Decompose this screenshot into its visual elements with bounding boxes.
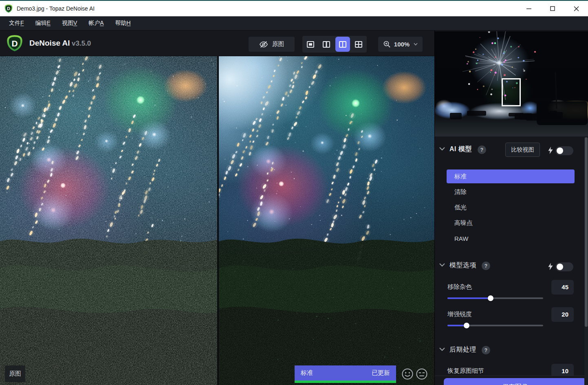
- post-processing-title: 后期处理: [449, 345, 476, 354]
- menu-edit[interactable]: 编辑E: [31, 18, 55, 29]
- photo-processed-detail: [219, 56, 434, 385]
- slider-remove-noise-label: 移除杂色: [447, 283, 472, 291]
- view-side-by-side-button[interactable]: [335, 37, 350, 52]
- section-ai-model-header: AI 模型 ? 比较视图: [435, 143, 588, 159]
- slider-remove-noise-track[interactable]: [447, 295, 543, 301]
- brand-logo-icon: D: [6, 34, 24, 52]
- save-image-button[interactable]: 保存图像: [444, 378, 586, 385]
- collapse-post-processing-icon[interactable]: [439, 347, 445, 351]
- model-item-standard[interactable]: 标准: [447, 169, 575, 183]
- svg-text:D: D: [7, 7, 10, 11]
- auto-bolt-icon: [548, 263, 553, 270]
- view-single-button[interactable]: [303, 37, 318, 52]
- slider-remove-noise-value[interactable]: 45: [551, 280, 574, 295]
- svg-text:D: D: [11, 39, 18, 48]
- ai-model-help-button[interactable]: ?: [478, 145, 486, 154]
- chevron-down-icon: [414, 43, 418, 46]
- window-controls: [517, 1, 588, 16]
- post-processing-help-button[interactable]: ?: [482, 346, 490, 354]
- model-item-lowlight[interactable]: 低光: [447, 200, 575, 215]
- view-mode-group: [302, 36, 367, 53]
- menu-help[interactable]: 帮助H: [111, 18, 135, 29]
- menu-account[interactable]: 帐户A: [84, 18, 108, 29]
- neutral-face-button[interactable]: [416, 368, 428, 380]
- model-item-clear[interactable]: 清除: [447, 184, 575, 200]
- photo-original-detail: [0, 56, 217, 385]
- brand: D DeNoise AI v3.5.0: [6, 34, 91, 52]
- progress-bar: [295, 381, 396, 383]
- collapse-ai-model-icon[interactable]: [439, 147, 445, 151]
- toggle-original-button[interactable]: 原图: [249, 37, 295, 52]
- panel-footer: 保存图像: [435, 376, 588, 385]
- image-canvas: 原图 标准 已更新: [0, 56, 434, 385]
- photo-processed[interactable]: [219, 56, 434, 385]
- ai-model-list: 标准 清除 低光 高噪点 RAW: [447, 169, 575, 246]
- model-options-auto-toggle[interactable]: [555, 262, 573, 271]
- eye-off-icon: [259, 41, 268, 48]
- menu-file[interactable]: 文件F: [5, 18, 28, 29]
- status-badge-state: 已更新: [372, 369, 390, 377]
- quad-view-icon: [354, 40, 363, 49]
- auto-bolt-icon: [548, 147, 553, 154]
- model-item-raw[interactable]: RAW: [447, 231, 575, 246]
- slider-enhance-sharpness-label: 增强锐度: [447, 310, 472, 318]
- zoom-level: 100%: [394, 41, 410, 48]
- toggle-knob: [557, 264, 563, 270]
- maximize-button[interactable]: [541, 1, 564, 16]
- minimize-button[interactable]: [517, 1, 541, 16]
- window-title: Demo3.jpg - Topaz DeNoise AI: [17, 5, 95, 12]
- single-view-icon: [306, 40, 315, 49]
- photo-original[interactable]: [0, 56, 217, 385]
- slider-enhance-sharpness-thumb[interactable]: [464, 323, 469, 328]
- slider-enhance-sharpness: 增强锐度 20: [435, 310, 588, 339]
- model-options-title: 模型选项: [449, 261, 476, 270]
- ai-model-title: AI 模型: [449, 145, 472, 154]
- toggle-knob: [557, 147, 563, 154]
- navigator-selection-rect[interactable]: [502, 78, 521, 106]
- model-item-severe-noise[interactable]: 高噪点: [447, 215, 575, 231]
- app-logo-icon: D: [4, 4, 13, 13]
- zoom-in-icon: [383, 40, 391, 48]
- right-panel: AI 模型 ? 比较视图 标准 清除 低光 高噪点 RAW 模型选项 ?: [434, 31, 588, 385]
- ai-model-auto-toggle[interactable]: [555, 146, 573, 155]
- section-post-processing-header: 后期处理 ?: [435, 343, 588, 359]
- status-badge-model: 标准: [301, 369, 313, 377]
- feedback-buttons: [401, 368, 428, 380]
- navigator-thumbnail[interactable]: [435, 31, 588, 136]
- split-view-icon: [322, 40, 331, 49]
- titlebar: D Demo3.jpg - Topaz DeNoise AI: [0, 1, 588, 16]
- view-split-button[interactable]: [319, 37, 334, 52]
- slider-remove-noise-thumb[interactable]: [488, 295, 493, 301]
- slider-enhance-sharpness-track[interactable]: [447, 323, 543, 328]
- toggle-original-label: 原图: [272, 40, 284, 48]
- status-badge: 标准 已更新: [295, 365, 396, 383]
- happy-face-button[interactable]: [401, 368, 414, 380]
- panel-scrollbar-thumb[interactable]: [585, 137, 588, 327]
- close-button[interactable]: [564, 1, 588, 16]
- original-overlay-label: 原图: [5, 365, 25, 382]
- collapse-model-options-icon[interactable]: [439, 263, 445, 267]
- brand-version: v3.5.0: [72, 40, 91, 47]
- side-by-side-view-icon: [338, 40, 347, 49]
- app-header: D DeNoise AI v3.5.0 原图: [0, 31, 434, 56]
- menubar: 文件F 编辑E 视图V 帐户A 帮助H: [0, 16, 588, 31]
- section-model-options-header: 模型选项 ?: [435, 259, 588, 275]
- view-quad-button[interactable]: [352, 37, 366, 52]
- slider-recover-detail-label: 恢复原图细节: [447, 367, 484, 375]
- zoom-control[interactable]: 100%: [378, 37, 423, 52]
- brand-name: DeNoise AI: [29, 39, 70, 47]
- model-options-help-button[interactable]: ?: [482, 262, 490, 270]
- compare-view-button[interactable]: 比较视图: [505, 143, 540, 157]
- app-window: D Demo3.jpg - Topaz DeNoise AI 文件F 编辑E 视…: [0, 0, 588, 385]
- slider-enhance-sharpness-value[interactable]: 20: [551, 307, 574, 322]
- menu-view[interactable]: 视图V: [58, 18, 81, 29]
